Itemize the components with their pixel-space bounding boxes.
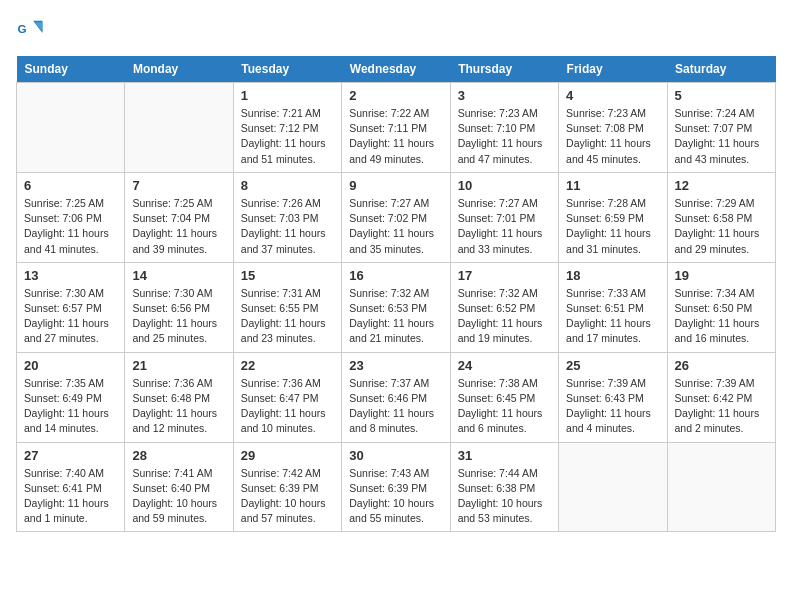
day-number: 26 [675,358,768,373]
day-number: 20 [24,358,117,373]
weekday-header: Friday [559,56,667,83]
day-info: Sunrise: 7:31 AMSunset: 6:55 PMDaylight:… [241,286,334,347]
calendar-cell [125,83,233,173]
day-info: Sunrise: 7:21 AMSunset: 7:12 PMDaylight:… [241,106,334,167]
day-info: Sunrise: 7:33 AMSunset: 6:51 PMDaylight:… [566,286,659,347]
day-number: 1 [241,88,334,103]
weekday-header: Saturday [667,56,775,83]
day-info: Sunrise: 7:40 AMSunset: 6:41 PMDaylight:… [24,466,117,527]
calendar-cell: 4Sunrise: 7:23 AMSunset: 7:08 PMDaylight… [559,83,667,173]
calendar-week-row: 20Sunrise: 7:35 AMSunset: 6:49 PMDayligh… [17,352,776,442]
calendar-cell [667,442,775,532]
calendar-table: SundayMondayTuesdayWednesdayThursdayFrid… [16,56,776,532]
calendar-cell: 30Sunrise: 7:43 AMSunset: 6:39 PMDayligh… [342,442,450,532]
day-info: Sunrise: 7:39 AMSunset: 6:42 PMDaylight:… [675,376,768,437]
day-number: 23 [349,358,442,373]
day-number: 8 [241,178,334,193]
day-info: Sunrise: 7:42 AMSunset: 6:39 PMDaylight:… [241,466,334,527]
calendar-cell: 22Sunrise: 7:36 AMSunset: 6:47 PMDayligh… [233,352,341,442]
day-info: Sunrise: 7:30 AMSunset: 6:56 PMDaylight:… [132,286,225,347]
calendar-cell: 21Sunrise: 7:36 AMSunset: 6:48 PMDayligh… [125,352,233,442]
svg-text:G: G [18,22,27,35]
day-number: 3 [458,88,551,103]
day-info: Sunrise: 7:38 AMSunset: 6:45 PMDaylight:… [458,376,551,437]
calendar-cell: 27Sunrise: 7:40 AMSunset: 6:41 PMDayligh… [17,442,125,532]
day-number: 9 [349,178,442,193]
day-number: 6 [24,178,117,193]
calendar-cell: 26Sunrise: 7:39 AMSunset: 6:42 PMDayligh… [667,352,775,442]
day-number: 10 [458,178,551,193]
day-info: Sunrise: 7:23 AMSunset: 7:08 PMDaylight:… [566,106,659,167]
day-info: Sunrise: 7:32 AMSunset: 6:52 PMDaylight:… [458,286,551,347]
calendar-cell: 3Sunrise: 7:23 AMSunset: 7:10 PMDaylight… [450,83,558,173]
calendar-cell: 19Sunrise: 7:34 AMSunset: 6:50 PMDayligh… [667,262,775,352]
weekday-header: Monday [125,56,233,83]
day-info: Sunrise: 7:35 AMSunset: 6:49 PMDaylight:… [24,376,117,437]
calendar-week-row: 27Sunrise: 7:40 AMSunset: 6:41 PMDayligh… [17,442,776,532]
day-number: 21 [132,358,225,373]
day-info: Sunrise: 7:36 AMSunset: 6:48 PMDaylight:… [132,376,225,437]
day-number: 15 [241,268,334,283]
calendar-cell: 13Sunrise: 7:30 AMSunset: 6:57 PMDayligh… [17,262,125,352]
calendar-week-row: 1Sunrise: 7:21 AMSunset: 7:12 PMDaylight… [17,83,776,173]
day-number: 29 [241,448,334,463]
day-info: Sunrise: 7:27 AMSunset: 7:01 PMDaylight:… [458,196,551,257]
day-number: 14 [132,268,225,283]
weekday-header: Tuesday [233,56,341,83]
calendar-cell: 8Sunrise: 7:26 AMSunset: 7:03 PMDaylight… [233,172,341,262]
day-number: 17 [458,268,551,283]
day-number: 27 [24,448,117,463]
calendar-cell: 25Sunrise: 7:39 AMSunset: 6:43 PMDayligh… [559,352,667,442]
calendar-cell: 10Sunrise: 7:27 AMSunset: 7:01 PMDayligh… [450,172,558,262]
day-number: 7 [132,178,225,193]
calendar-cell: 9Sunrise: 7:27 AMSunset: 7:02 PMDaylight… [342,172,450,262]
day-info: Sunrise: 7:32 AMSunset: 6:53 PMDaylight:… [349,286,442,347]
day-number: 19 [675,268,768,283]
calendar-cell: 5Sunrise: 7:24 AMSunset: 7:07 PMDaylight… [667,83,775,173]
weekday-header: Sunday [17,56,125,83]
calendar-cell [559,442,667,532]
calendar-header: SundayMondayTuesdayWednesdayThursdayFrid… [17,56,776,83]
day-info: Sunrise: 7:30 AMSunset: 6:57 PMDaylight:… [24,286,117,347]
calendar-cell: 14Sunrise: 7:30 AMSunset: 6:56 PMDayligh… [125,262,233,352]
page-header: G [16,16,776,44]
day-info: Sunrise: 7:24 AMSunset: 7:07 PMDaylight:… [675,106,768,167]
calendar-week-row: 6Sunrise: 7:25 AMSunset: 7:06 PMDaylight… [17,172,776,262]
day-info: Sunrise: 7:27 AMSunset: 7:02 PMDaylight:… [349,196,442,257]
day-number: 25 [566,358,659,373]
calendar-cell: 24Sunrise: 7:38 AMSunset: 6:45 PMDayligh… [450,352,558,442]
day-info: Sunrise: 7:41 AMSunset: 6:40 PMDaylight:… [132,466,225,527]
day-info: Sunrise: 7:29 AMSunset: 6:58 PMDaylight:… [675,196,768,257]
day-number: 16 [349,268,442,283]
calendar-cell: 17Sunrise: 7:32 AMSunset: 6:52 PMDayligh… [450,262,558,352]
day-info: Sunrise: 7:28 AMSunset: 6:59 PMDaylight:… [566,196,659,257]
day-info: Sunrise: 7:22 AMSunset: 7:11 PMDaylight:… [349,106,442,167]
day-number: 18 [566,268,659,283]
weekday-header: Thursday [450,56,558,83]
weekday-header: Wednesday [342,56,450,83]
day-info: Sunrise: 7:25 AMSunset: 7:04 PMDaylight:… [132,196,225,257]
calendar-cell: 1Sunrise: 7:21 AMSunset: 7:12 PMDaylight… [233,83,341,173]
calendar-cell: 7Sunrise: 7:25 AMSunset: 7:04 PMDaylight… [125,172,233,262]
calendar-cell: 16Sunrise: 7:32 AMSunset: 6:53 PMDayligh… [342,262,450,352]
logo: G [16,16,48,44]
day-number: 4 [566,88,659,103]
day-info: Sunrise: 7:23 AMSunset: 7:10 PMDaylight:… [458,106,551,167]
calendar-cell [17,83,125,173]
day-info: Sunrise: 7:43 AMSunset: 6:39 PMDaylight:… [349,466,442,527]
day-number: 30 [349,448,442,463]
day-info: Sunrise: 7:25 AMSunset: 7:06 PMDaylight:… [24,196,117,257]
calendar-cell: 6Sunrise: 7:25 AMSunset: 7:06 PMDaylight… [17,172,125,262]
calendar-cell: 23Sunrise: 7:37 AMSunset: 6:46 PMDayligh… [342,352,450,442]
calendar-cell: 15Sunrise: 7:31 AMSunset: 6:55 PMDayligh… [233,262,341,352]
calendar-body: 1Sunrise: 7:21 AMSunset: 7:12 PMDaylight… [17,83,776,532]
calendar-week-row: 13Sunrise: 7:30 AMSunset: 6:57 PMDayligh… [17,262,776,352]
calendar-cell: 20Sunrise: 7:35 AMSunset: 6:49 PMDayligh… [17,352,125,442]
day-number: 13 [24,268,117,283]
calendar-cell: 2Sunrise: 7:22 AMSunset: 7:11 PMDaylight… [342,83,450,173]
day-number: 28 [132,448,225,463]
day-info: Sunrise: 7:34 AMSunset: 6:50 PMDaylight:… [675,286,768,347]
day-info: Sunrise: 7:36 AMSunset: 6:47 PMDaylight:… [241,376,334,437]
day-info: Sunrise: 7:39 AMSunset: 6:43 PMDaylight:… [566,376,659,437]
day-number: 31 [458,448,551,463]
